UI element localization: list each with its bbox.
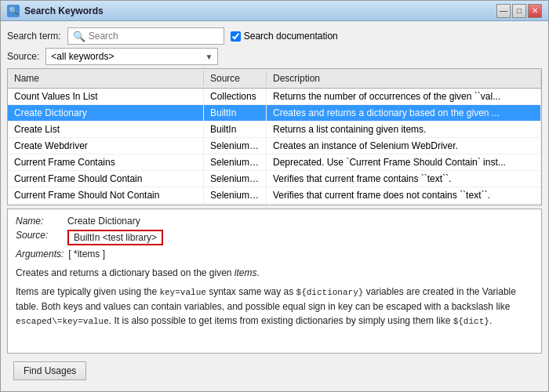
cell-description: Returns a list containing given items.: [267, 122, 541, 137]
col-source-header: Source: [204, 71, 267, 86]
close-button[interactable]: ✕: [528, 4, 542, 18]
cell-source: Selenium2...: [204, 171, 267, 187]
col-description-header: Description: [267, 71, 541, 86]
search-documentation-checkbox[interactable]: [231, 31, 241, 42]
window-title: Search Keywords: [24, 5, 104, 16]
detail-desc-long: Items are typically given using the key=…: [16, 285, 533, 328]
detail-name-row: Name: Create Dictionary: [16, 216, 533, 227]
table-row[interactable]: Current Frame Should ContainSelenium2...…: [8, 171, 541, 187]
search-doc-checkbox-row: Search documentation: [231, 31, 338, 42]
detail-description: Creates and returns a dictionary based o…: [16, 266, 533, 332]
source-label: Source:: [7, 51, 39, 62]
source-dropdown[interactable]: <all keywords> ▼: [45, 48, 218, 65]
search-box: 🔍: [67, 27, 224, 45]
cell-name: Create Webdriver: [8, 138, 204, 154]
detail-source-value: BuiltIn <test library>: [67, 230, 163, 245]
table-row[interactable]: Decode Bytes To StringString...Decodes t…: [8, 204, 541, 205]
window-icon: 🔍: [7, 5, 20, 17]
table-row[interactable]: Create DictionaryBuiltInCreates and retu…: [8, 105, 541, 122]
cell-description: Deprecated. Use `Current Frame Should Co…: [267, 154, 541, 170]
cell-description: Verifies that current frame does not con…: [267, 187, 541, 203]
cell-name: Current Frame Should Contain: [8, 171, 204, 187]
cell-description: Creates and returns a dictionary based o…: [267, 105, 541, 121]
find-usages-button[interactable]: Find Usages: [13, 361, 86, 380]
table-body: Count Values In ListCollectionsReturns t…: [8, 89, 541, 205]
cell-source: Selenium2...: [204, 138, 267, 154]
search-term-label: Search term:: [7, 31, 61, 42]
source-row: Source: <all keywords> ▼: [7, 48, 542, 65]
cell-description: Verifies that current frame contains ``t…: [267, 171, 541, 187]
cell-source: BuiltIn: [204, 105, 267, 121]
maximize-button[interactable]: □: [512, 4, 526, 18]
detail-source-row: Source: BuiltIn <test library>: [16, 230, 533, 245]
cell-source: Selenium2...: [204, 187, 267, 203]
search-documentation-label: Search documentation: [244, 31, 338, 42]
source-dropdown-value: <all keywords>: [51, 51, 114, 62]
detail-arguments-row: Arguments: [ *items ]: [16, 249, 533, 260]
main-content: Search term: 🔍 Search documentation Sour…: [1, 21, 548, 391]
keywords-table: Name Source Description Count Values In …: [7, 68, 542, 205]
table-header: Name Source Description: [8, 69, 541, 89]
cell-name: Create List: [8, 122, 204, 137]
footer: Find Usages: [7, 357, 542, 385]
cell-name: Decode Bytes To String: [8, 204, 204, 205]
col-name-header: Name: [8, 71, 204, 86]
detail-arguments-label: Arguments:: [16, 249, 64, 260]
detail-name-value: Create Dictionary: [67, 216, 140, 227]
cell-name: Count Values In List: [8, 89, 204, 104]
detail-arguments-value: [ *items ]: [68, 249, 105, 260]
cell-source: BuiltIn: [204, 122, 267, 137]
cell-description: Decodes the given ``bytes`` to a Unicode…: [267, 204, 541, 205]
cell-name: Create Dictionary: [8, 105, 204, 121]
table-row[interactable]: Current Frame Should Not ContainSelenium…: [8, 187, 541, 204]
cell-description: Creates an instance of Selenium WebDrive…: [267, 138, 541, 154]
table-row[interactable]: Current Frame ContainsSelenium2...Deprec…: [8, 154, 541, 171]
detail-source-label: Source:: [16, 230, 63, 245]
search-input[interactable]: [89, 31, 219, 42]
search-row: Search term: 🔍 Search documentation: [7, 27, 542, 45]
title-bar: 🔍 Search Keywords — □ ✕: [1, 1, 548, 21]
title-bar-left: 🔍 Search Keywords: [7, 5, 104, 17]
table-row[interactable]: Count Values In ListCollectionsReturns t…: [8, 89, 541, 105]
detail-desc-short: Creates and returns a dictionary based o…: [16, 266, 533, 280]
cell-name: Current Frame Contains: [8, 154, 204, 170]
search-icon: 🔍: [73, 31, 85, 42]
detail-name-label: Name:: [16, 216, 63, 227]
cell-name: Current Frame Should Not Contain: [8, 187, 204, 203]
minimize-button[interactable]: —: [496, 4, 511, 18]
title-bar-buttons: — □ ✕: [496, 4, 542, 18]
dropdown-arrow-icon: ▼: [205, 53, 213, 61]
cell-source: Collections: [204, 89, 267, 104]
table-row[interactable]: Create WebdriverSelenium2...Creates an i…: [8, 138, 541, 154]
cell-source: Selenium2...: [204, 154, 267, 170]
cell-source: String...: [204, 204, 267, 205]
cell-description: Returns the number of occurrences of the…: [267, 89, 541, 104]
main-window: 🔍 Search Keywords — □ ✕ Search term: 🔍 S…: [0, 0, 549, 392]
detail-section: Name: Create Dictionary Source: BuiltIn …: [7, 209, 542, 354]
table-row[interactable]: Create ListBuiltInReturns a list contain…: [8, 122, 541, 138]
